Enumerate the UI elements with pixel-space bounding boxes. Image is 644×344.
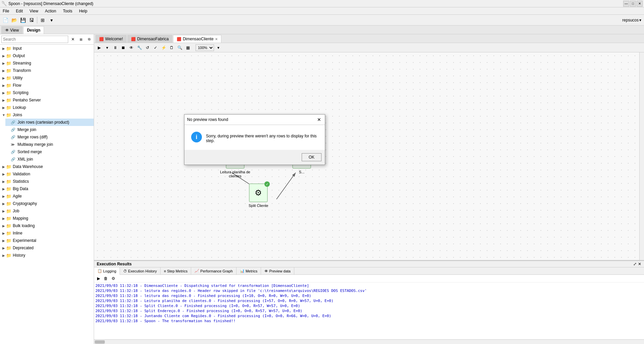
search-layout-button[interactable]: ⊞ (78, 36, 84, 43)
sidebar-item-agile[interactable]: ▶ 📁 Agile (0, 192, 94, 200)
sidebar-item-deprecated[interactable]: ▶ 📁 Deprecated (0, 244, 94, 252)
sidebar-item-output[interactable]: ▶ 📁 Output (0, 52, 94, 59)
bottom-scrollbar[interactable] (94, 339, 644, 344)
bp-tab-preview-data[interactable]: 👁 Preview data (261, 267, 294, 274)
dialog-footer: OK (184, 150, 325, 165)
zoom-dropdown-button[interactable]: ▾ (215, 44, 222, 51)
sidebar-item-scripting[interactable]: ▶ 📁 Scripting (0, 89, 94, 96)
menu-edit[interactable]: Edit (14, 8, 24, 14)
zoom-select[interactable]: 100% 75% 50% 150% (196, 44, 214, 51)
sidebar-item-mapping[interactable]: ▶ 📁 Mapping (0, 215, 94, 222)
dialog-close-button[interactable]: ✕ (316, 117, 322, 123)
menu-view[interactable]: View (28, 8, 40, 14)
canvas[interactable]: 📄 ✓ Leitura planilha de clientes ⚙ ✓ Spl… (94, 52, 644, 260)
dialog-ok-button[interactable]: OK (302, 153, 321, 161)
folder-icon-history: 📁 (6, 253, 11, 258)
close-button[interactable]: ✕ (637, 1, 643, 7)
sidebar-item-lookup[interactable]: ▶ 📁 Lookup (0, 104, 94, 111)
stop-button[interactable]: ⏹ (120, 44, 127, 51)
sidebar-item-flow[interactable]: ▶ 📁 Flow (0, 82, 94, 89)
sidebar-item-statistics[interactable]: ▶ 📁 Statistics (0, 178, 94, 185)
node-split-cliente[interactable]: ⚙ ✓ Split Cliente (249, 183, 268, 208)
sidebar-item-streaming[interactable]: ▶ 📁 Streaming (0, 59, 94, 67)
cliente-tab-close[interactable]: ✕ (215, 37, 218, 41)
sidebar-item-xml-join-label: XML join (17, 157, 33, 162)
folder-icon-streaming: 📁 (6, 61, 11, 66)
sidebar-item-sorted-merge[interactable]: 🔗 Sorted merge (5, 148, 94, 156)
impact-button[interactable]: ⚡ (160, 44, 167, 51)
bp-tab-execution-history[interactable]: ⏱ Execution History (120, 267, 161, 274)
pause-button[interactable]: ⏸ (112, 44, 119, 51)
log-settings-button[interactable]: ⚙ (110, 275, 116, 282)
expand-arrow-input: ▶ (1, 47, 6, 50)
tab-view[interactable]: 👁 View (1, 26, 23, 34)
metrics-icon: 📊 (240, 269, 245, 273)
log-play-button[interactable]: ▶ (95, 275, 101, 282)
tab-design[interactable]: Design (23, 26, 44, 34)
search-clear-button[interactable]: ✕ (70, 36, 76, 43)
search-input[interactable] (1, 36, 68, 43)
preview-button[interactable]: 👁 (128, 44, 135, 51)
sidebar-item-transform[interactable]: ▶ 📁 Transform (0, 67, 94, 74)
sidebar-item-xml-join[interactable]: 🔗 XML join (5, 156, 94, 163)
sidebar-item-pentaho-server-label: Pentaho Server (13, 98, 41, 102)
maximize-button[interactable]: □ (630, 1, 636, 7)
toolbar-layers-button[interactable]: ⊞ (39, 16, 47, 24)
toolbar-open-button[interactable]: 📂 (10, 16, 18, 24)
sidebar-item-cryptography[interactable]: ▶ 📁 Cryptography (0, 200, 94, 207)
user-dropdown[interactable]: repsucos ▾ (621, 17, 643, 23)
folder-icon-inline: 📁 (6, 231, 11, 236)
file-tab-dimensao-fabrica[interactable]: 🟥 DimensaoFabrica (127, 35, 172, 43)
menu-action[interactable]: Action (44, 8, 57, 14)
bp-tab-logging[interactable]: 📋 Logging (94, 267, 120, 275)
sql-button[interactable]: 🗒 (168, 44, 175, 51)
bottom-panel-expand-button[interactable]: ⤢ (633, 262, 637, 266)
expand-arrow-scripting: ▶ (1, 91, 6, 95)
sidebar-item-validation[interactable]: ▶ 📁 Validation (0, 170, 94, 178)
replay-button[interactable]: ↺ (144, 44, 151, 51)
sidebar-item-history[interactable]: ▶ 📁 History (0, 252, 94, 259)
run-dropdown-button[interactable]: ▾ (103, 44, 111, 51)
toolbar-save-button[interactable]: 💾 (19, 16, 27, 24)
sidebar-item-experimental[interactable]: ▶ 📁 Experimental (0, 237, 94, 244)
sidebar-item-inline[interactable]: ▶ 📁 Inline (0, 229, 94, 237)
minimize-button[interactable]: — (623, 1, 629, 7)
bp-tab-performance-graph[interactable]: 📈 Performance Graph (191, 267, 237, 274)
log-content[interactable]: 2021/09/03 11:32:18 - DimensaoCliente - … (94, 283, 644, 339)
sidebar-item-data-warehouse[interactable]: ▶ 📁 Data Warehouse (0, 163, 94, 170)
sidebar-item-input[interactable]: ▶ 📁 Input (0, 45, 94, 52)
canvas-scroll-right[interactable] (639, 52, 644, 260)
check-button[interactable]: ✓ (152, 44, 159, 51)
sidebar-item-joins[interactable]: ▼ 📁 Joins (0, 111, 94, 119)
sidebar-item-job[interactable]: ▶ 📁 Job (0, 207, 94, 215)
title-bar-controls[interactable]: — □ ✕ (623, 1, 643, 7)
bottom-scrollbar-thumb[interactable] (95, 340, 105, 344)
menu-help[interactable]: Help (78, 8, 89, 14)
folder-icon-big-data: 📁 (6, 186, 11, 191)
bp-tab-metrics[interactable]: 📊 Metrics (237, 267, 261, 274)
run-button[interactable]: ▶ (95, 44, 103, 51)
bp-tab-step-metrics[interactable]: ≡ Step Metrics (161, 267, 191, 274)
sidebar-item-multiway[interactable]: ≫ Multiway merge join (5, 141, 94, 148)
menu-file[interactable]: File (1, 8, 10, 14)
bottom-panel-close-button[interactable]: ✕ (638, 262, 641, 266)
file-tab-welcome[interactable]: 🟥 Welcome! (95, 35, 127, 43)
search-expand-button[interactable]: ⧉ (86, 36, 92, 43)
show-button[interactable]: ▦ (184, 44, 191, 51)
sidebar-item-merge-join[interactable]: 🔗 Merge join (5, 126, 94, 133)
file-tab-dimensao-cliente[interactable]: 🟥 DimensaoCliente ✕ (173, 35, 221, 43)
sidebar-item-big-data[interactable]: ▶ 📁 Big Data (0, 185, 94, 192)
debug-button[interactable]: 🔧 (136, 44, 143, 51)
sidebar-item-bulk-loading[interactable]: ▶ 📁 Bulk loading (0, 222, 94, 229)
toolbar-dropdown-button[interactable]: ▾ (47, 16, 55, 24)
toolbar-new-button[interactable]: 📄 (1, 16, 9, 24)
menu-tools[interactable]: Tools (61, 8, 74, 14)
toolbar-saveas-button[interactable]: 🖫 (28, 16, 36, 24)
no-preview-dialog: No preview rows found ✕ i Sorry, during … (184, 114, 325, 165)
sidebar-item-merge-rows[interactable]: 🔗 Merge rows (diff) (5, 133, 94, 141)
sidebar-item-utility[interactable]: ▶ 📁 Utility (0, 74, 94, 82)
sidebar-item-join-rows[interactable]: 🔗 Join rows (cartesian product) (5, 119, 94, 126)
sidebar-item-pentaho-server[interactable]: ▶ 📁 Pentaho Server (0, 96, 94, 104)
explore-button[interactable]: 🔍 (176, 44, 183, 51)
log-clear-button[interactable]: 🗑 (103, 275, 109, 282)
